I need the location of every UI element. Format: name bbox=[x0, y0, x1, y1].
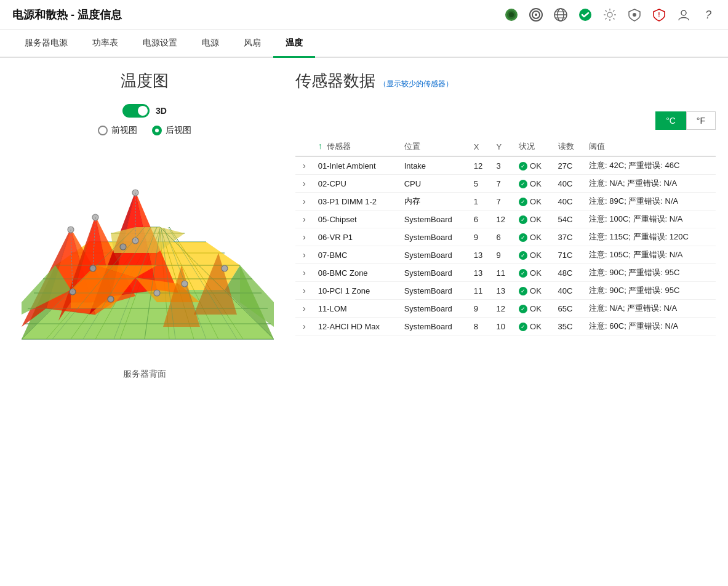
right-panel: 传感器数据 （显示较少的传感器） °C °F ↑ 传感器 位置 X Y 状 bbox=[295, 70, 716, 380]
collapse-arrow[interactable]: › bbox=[300, 212, 308, 227]
tab-fan[interactable]: 风扇 bbox=[231, 30, 273, 58]
shield-alt-icon[interactable]: ! bbox=[652, 7, 666, 22]
sensor-filter-link[interactable]: （显示较少的传感器） bbox=[379, 79, 453, 89]
sensor-location: SystemBoard bbox=[399, 318, 469, 335]
col-x[interactable]: X bbox=[469, 137, 492, 156]
sensor-threshold: 注意: N/A; 严重错误: N/A bbox=[584, 300, 716, 318]
sensor-table: ↑ 传感器 位置 X Y 状况 读数 阈值 › 01-Inlet Ambient… bbox=[295, 137, 716, 335]
sensor-status: ✓ OK bbox=[514, 193, 553, 211]
status-text: OK bbox=[530, 233, 542, 242]
sun-icon[interactable] bbox=[602, 7, 617, 22]
sensor-status: ✓ OK bbox=[514, 156, 553, 175]
sensor-x: 12 bbox=[469, 156, 492, 175]
collapse-arrow[interactable]: › bbox=[300, 158, 308, 173]
collapse-arrow[interactable]: › bbox=[300, 283, 308, 298]
sensor-location: SystemBoard bbox=[399, 246, 469, 264]
collapse-arrow[interactable]: › bbox=[300, 194, 308, 209]
back-view-circle bbox=[152, 126, 162, 135]
shield-icon[interactable] bbox=[627, 7, 642, 22]
collapse-cell[interactable]: › bbox=[295, 300, 313, 318]
heatmap-svg bbox=[15, 142, 274, 364]
svg-text:!: ! bbox=[658, 12, 660, 18]
status-ok-circle: ✓ bbox=[519, 269, 527, 278]
tab-power[interactable]: 电源 bbox=[190, 30, 231, 58]
check-icon[interactable] bbox=[578, 7, 593, 22]
sensor-reading: 54C bbox=[553, 211, 585, 228]
sensor-status: ✓ OK bbox=[514, 318, 553, 335]
collapse-arrow[interactable]: › bbox=[300, 265, 308, 280]
toggle-row: 3D bbox=[122, 104, 167, 118]
collapse-arrow[interactable]: › bbox=[300, 176, 308, 191]
globe-icon[interactable] bbox=[553, 7, 568, 22]
sensor-y: 7 bbox=[491, 193, 514, 211]
collapse-arrow[interactable]: › bbox=[300, 247, 308, 262]
sensor-status: ✓ OK bbox=[514, 228, 553, 246]
apple-icon[interactable] bbox=[504, 7, 519, 22]
front-view-radio[interactable]: 前视图 bbox=[98, 125, 137, 136]
sensor-name: 12-AHCI HD Max bbox=[313, 318, 399, 335]
svg-point-89 bbox=[222, 265, 228, 271]
collapse-cell[interactable]: › bbox=[295, 318, 313, 335]
sensor-name: 05-Chipset bbox=[313, 211, 399, 228]
status-ok-circle: ✓ bbox=[519, 323, 527, 331]
collapse-arrow[interactable]: › bbox=[300, 301, 308, 316]
sensor-y: 3 bbox=[491, 156, 514, 175]
status-ok-circle: ✓ bbox=[519, 233, 527, 242]
sensor-y: 9 bbox=[491, 246, 514, 264]
back-view-radio[interactable]: 后视图 bbox=[152, 125, 191, 136]
sensor-y: 11 bbox=[491, 264, 514, 282]
sensor-x: 13 bbox=[469, 246, 492, 264]
sensor-threshold: 注意: 60C; 严重错误: N/A bbox=[584, 318, 716, 335]
status-text: OK bbox=[530, 268, 542, 278]
sensor-threshold: 注意: 115C; 严重错误: 120C bbox=[584, 228, 716, 246]
collapse-cell[interactable]: › bbox=[295, 193, 313, 211]
header-icons: ! ? bbox=[504, 7, 716, 22]
sensor-threshold: 注意: 100C; 严重错误: N/A bbox=[584, 211, 716, 228]
collapse-cell[interactable]: › bbox=[295, 228, 313, 246]
col-location[interactable]: 位置 bbox=[399, 137, 469, 156]
help-icon[interactable]: ? bbox=[701, 7, 716, 22]
left-panel: 温度图 3D 前视图 后视图 bbox=[12, 70, 277, 380]
table-row: › 08-BMC Zone SystemBoard 13 11 ✓ OK 48C… bbox=[295, 264, 716, 282]
collapse-cell[interactable]: › bbox=[295, 211, 313, 228]
tab-power-settings[interactable]: 电源设置 bbox=[130, 30, 190, 58]
collapse-cell[interactable]: › bbox=[295, 175, 313, 193]
sensor-x: 11 bbox=[469, 282, 492, 300]
sensor-reading: 65C bbox=[553, 300, 585, 318]
status-ok-circle: ✓ bbox=[519, 287, 527, 295]
table-header: ↑ 传感器 位置 X Y 状况 读数 阈值 bbox=[295, 137, 716, 156]
sensor-reading: 37C bbox=[553, 228, 585, 246]
status-text: OK bbox=[530, 197, 542, 206]
tab-power-meter[interactable]: 功率表 bbox=[80, 30, 130, 58]
collapse-cell[interactable]: › bbox=[295, 246, 313, 264]
sensor-y: 12 bbox=[491, 300, 514, 318]
col-sensor[interactable]: ↑ 传感器 bbox=[313, 137, 399, 156]
heatmap-container bbox=[15, 142, 274, 364]
status-ok-circle: ✓ bbox=[519, 305, 527, 313]
status-ok-circle: ✓ bbox=[519, 162, 527, 171]
fahrenheit-button[interactable]: °F bbox=[686, 111, 716, 130]
col-threshold[interactable]: 阈值 bbox=[584, 137, 716, 156]
user-icon[interactable] bbox=[676, 7, 691, 22]
collapse-arrow[interactable]: › bbox=[300, 230, 308, 244]
tab-server-power[interactable]: 服务器电源 bbox=[12, 30, 80, 58]
sensor-x: 13 bbox=[469, 264, 492, 282]
collapse-cell[interactable]: › bbox=[295, 156, 313, 175]
col-status[interactable]: 状况 bbox=[514, 137, 553, 156]
collapse-arrow[interactable]: › bbox=[300, 319, 308, 334]
collapse-cell[interactable]: › bbox=[295, 282, 313, 300]
target-icon[interactable] bbox=[529, 7, 543, 22]
status-ok-circle: ✓ bbox=[519, 251, 527, 260]
sensor-table-body: › 01-Inlet Ambient Intake 12 3 ✓ OK 27C … bbox=[295, 156, 716, 335]
collapse-cell[interactable]: › bbox=[295, 264, 313, 282]
tab-temperature[interactable]: 温度 bbox=[273, 30, 315, 58]
celsius-button[interactable]: °C bbox=[655, 111, 686, 130]
3d-toggle[interactable] bbox=[122, 104, 150, 118]
main-content: 温度图 3D 前视图 后视图 bbox=[0, 58, 728, 392]
sensor-status: ✓ OK bbox=[514, 300, 553, 318]
header: 电源和散热 - 温度信息 bbox=[0, 0, 728, 30]
sensor-location: 内存 bbox=[399, 193, 469, 211]
col-y[interactable]: Y bbox=[491, 137, 514, 156]
col-reading[interactable]: 读数 bbox=[553, 137, 585, 156]
status-text: OK bbox=[530, 322, 542, 331]
